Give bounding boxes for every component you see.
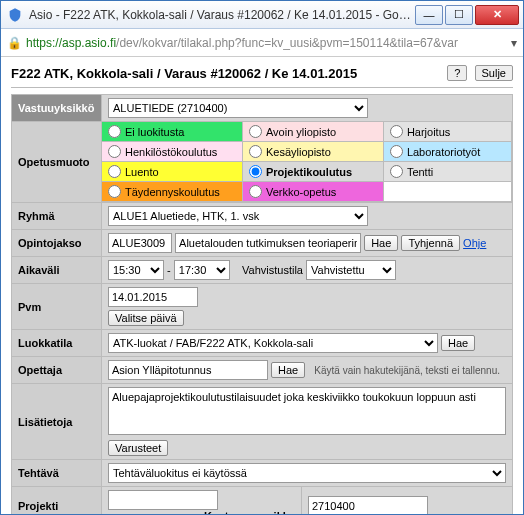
chevron-down-icon[interactable]: ▾	[511, 36, 517, 50]
opt-laboratoriotyot[interactable]: Laboratoriotyöt	[384, 142, 512, 162]
opintojakso-ohje-link[interactable]: Ohje	[463, 237, 486, 249]
label-projekti: Projekti	[12, 487, 102, 515]
valitse-paiva-button[interactable]: Valitse päivä	[108, 310, 184, 326]
time-from-select[interactable]: 15:30	[108, 260, 164, 280]
varusteet-button[interactable]: Varusteet	[108, 440, 168, 456]
label-opettaja: Opettaja	[12, 357, 102, 384]
tehtava-select[interactable]: Tehtäväluokitus ei käytössä	[108, 463, 506, 483]
label-pvm: Pvm	[12, 284, 102, 330]
opetusmuoto-grid: Ei luokitusta Avoin yliopisto Harjoitus …	[102, 122, 512, 202]
label-luokkatila: Luokkatila	[12, 330, 102, 357]
kustannuspaikka-input[interactable]	[308, 496, 428, 514]
window-titlebar: Asio - F222 ATK, Kokkola-sali / Varaus #…	[1, 1, 523, 29]
window-close-button[interactable]: ✕	[475, 5, 519, 25]
opt-empty	[384, 182, 512, 202]
window-minimize-button[interactable]: —	[415, 5, 443, 25]
opt-projektikoulutus[interactable]: Projektikoulutus	[243, 162, 384, 182]
opt-harjoitus[interactable]: Harjoitus	[384, 122, 512, 142]
label-lisatietoja: Lisätietoja	[12, 384, 102, 460]
label-vahvistustila: Vahvistustila	[242, 264, 303, 276]
time-dash: -	[167, 264, 171, 276]
address-bar[interactable]: 🔒 https://asp.asio.fi /dev/kokvar/tilaka…	[1, 29, 523, 57]
opt-verkko-opetus[interactable]: Verkko-opetus	[243, 182, 384, 202]
label-vastuuyksikko: Vastuuyksikkö	[12, 95, 102, 122]
opt-taydennyskoulutus[interactable]: Täydennyskoulutus	[102, 182, 243, 202]
opettaja-hae-button[interactable]: Hae	[271, 362, 305, 378]
opt-ei-luokitusta[interactable]: Ei luokitusta	[102, 122, 243, 142]
lock-icon: 🔒	[7, 36, 22, 50]
opintojakso-desc-input[interactable]	[175, 233, 361, 253]
label-tehtava: Tehtävä	[12, 460, 102, 487]
opintojakso-hae-button[interactable]: Hae	[364, 235, 398, 251]
opt-luento[interactable]: Luento	[102, 162, 243, 182]
opettaja-input[interactable]	[108, 360, 268, 380]
ryhma-select[interactable]: ALUE1 Aluetiede, HTK, 1. vsk	[108, 206, 368, 226]
luokkatila-select[interactable]: ATK-luokat / FAB/F222 ATK, Kokkola-sali	[108, 333, 438, 353]
url-host: https://asp.asio.fi	[26, 36, 116, 50]
time-to-select[interactable]: 17:30	[174, 260, 230, 280]
opt-avoin-yliopisto[interactable]: Avoin yliopisto	[243, 122, 384, 142]
opintojakso-tyhjenna-button[interactable]: Tyhjennä	[401, 235, 460, 251]
window-maximize-button[interactable]: ☐	[445, 5, 473, 25]
window-title: Asio - F222 ATK, Kokkola-sali / Varaus #…	[29, 8, 413, 22]
label-kustannuspaikka: Kustannuspaikka	[204, 510, 295, 514]
close-button[interactable]: Sulje	[475, 65, 513, 81]
lisatietoja-textarea[interactable]: Aluepajaprojektikoulutustilaisuudet joka…	[108, 387, 506, 435]
help-button[interactable]: ?	[447, 65, 467, 81]
opt-kesayliopisto[interactable]: Kesäyliopisto	[243, 142, 384, 162]
opintojakso-code-input[interactable]	[108, 233, 172, 253]
vastuuyksikko-select[interactable]: ALUETIEDE (2710400)	[108, 98, 368, 118]
vahvistustila-select[interactable]: Vahvistettu	[306, 260, 396, 280]
label-opintojakso: Opintojakso	[12, 230, 102, 257]
label-aikavali: Aikaväli	[12, 257, 102, 284]
pvm-input[interactable]	[108, 287, 198, 307]
label-opetusmuoto: Opetusmuoto	[12, 122, 102, 203]
app-icon	[7, 7, 23, 23]
label-ryhma: Ryhmä	[12, 203, 102, 230]
luokkatila-hae-button[interactable]: Hae	[441, 335, 475, 351]
opt-henkilostokoulutus[interactable]: Henkilöstökoulutus	[102, 142, 243, 162]
url-path: /dev/kokvar/tilakal.php?func=kv_uusi&pvm…	[116, 36, 458, 50]
opettaja-hint: Käytä vain hakutekijänä, teksti ei talle…	[314, 365, 500, 376]
page-title: F222 ATK, Kokkola-sali / Varaus #120062 …	[11, 66, 357, 81]
projekti-input[interactable]	[108, 490, 218, 510]
opt-tentti[interactable]: Tentti	[384, 162, 512, 182]
